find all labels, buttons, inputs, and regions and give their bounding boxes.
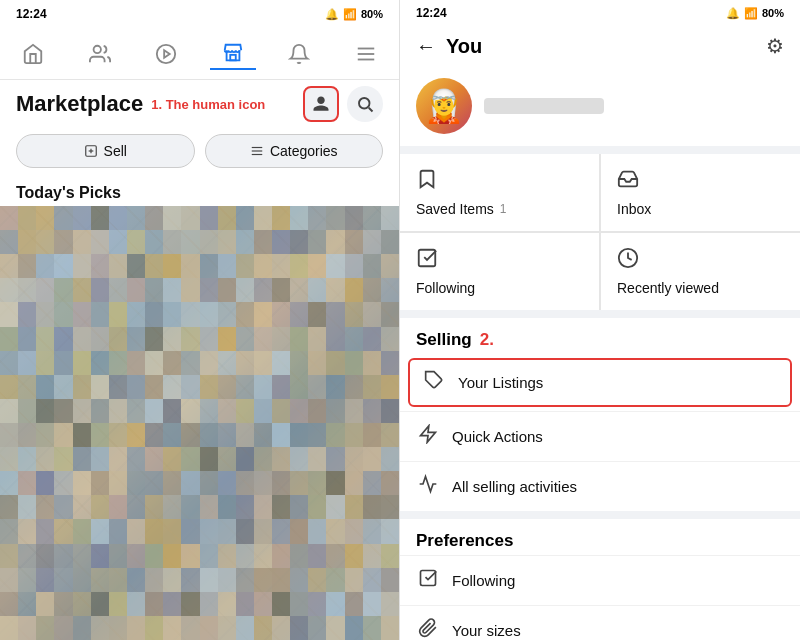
inbox-card[interactable]: Inbox bbox=[601, 154, 800, 231]
action-row: Sell Categories bbox=[0, 128, 399, 178]
your-listings-item[interactable]: Your Listings bbox=[408, 358, 792, 407]
profile-icon-button[interactable] bbox=[303, 86, 339, 122]
settings-icon[interactable]: ⚙ bbox=[766, 34, 784, 58]
nav-store[interactable] bbox=[210, 38, 256, 70]
avatar-emoji: 🧝 bbox=[424, 87, 464, 125]
svg-rect-3 bbox=[230, 54, 236, 60]
right-time: 12:24 bbox=[416, 6, 447, 20]
following-pref-icon bbox=[416, 568, 440, 593]
grid-cards-section: Saved Items 1 Inbox bbox=[400, 154, 800, 310]
preferences-section: Preferences Following Your sizes bbox=[400, 519, 800, 640]
battery-label: 80% bbox=[361, 8, 383, 20]
right-notification-icon: 🔔 bbox=[726, 7, 740, 20]
recently-viewed-label: Recently viewed bbox=[617, 280, 784, 296]
your-listings-label: Your Listings bbox=[458, 374, 543, 391]
sell-label: Sell bbox=[104, 143, 127, 159]
recently-viewed-icon bbox=[617, 247, 784, 274]
following-pref-label: Following bbox=[452, 572, 515, 589]
sell-button[interactable]: Sell bbox=[16, 134, 195, 168]
right-panel: 12:24 🔔 📶 80% ← You ⚙ 🧝 Saved Items bbox=[400, 0, 800, 640]
following-label: Following bbox=[416, 280, 583, 296]
svg-rect-19 bbox=[421, 571, 436, 586]
recently-viewed-card[interactable]: Recently viewed bbox=[601, 233, 800, 310]
inbox-label: Inbox bbox=[617, 201, 784, 217]
your-sizes-icon bbox=[416, 618, 440, 640]
today-picks-title: Today's Picks bbox=[0, 178, 399, 206]
categories-button[interactable]: Categories bbox=[205, 134, 384, 168]
profile-name-blur bbox=[484, 98, 604, 114]
notification-icon: 🔔 bbox=[325, 8, 339, 21]
right-status-icons: 🔔 📶 80% bbox=[726, 7, 784, 20]
selling-annotation: 2. bbox=[480, 330, 494, 350]
you-title: You bbox=[446, 35, 756, 58]
your-sizes-item[interactable]: Your sizes bbox=[400, 605, 800, 640]
following-pref-item[interactable]: Following bbox=[400, 555, 800, 605]
saved-items-label: Saved Items 1 bbox=[416, 201, 583, 217]
marketplace-title: Marketplace bbox=[16, 91, 143, 117]
nav-home[interactable] bbox=[10, 39, 56, 69]
right-battery-label: 80% bbox=[762, 7, 784, 19]
nav-people[interactable] bbox=[77, 39, 123, 69]
inbox-icon bbox=[617, 168, 784, 195]
saved-items-card[interactable]: Saved Items 1 bbox=[400, 154, 599, 231]
left-status-icons: 🔔 📶 80% bbox=[325, 8, 383, 21]
right-status-bar: 12:24 🔔 📶 80% bbox=[400, 0, 800, 26]
left-time: 12:24 bbox=[16, 7, 47, 21]
avatar: 🧝 bbox=[416, 78, 472, 134]
svg-point-7 bbox=[359, 98, 370, 109]
svg-rect-15 bbox=[419, 250, 436, 267]
nav-bell[interactable] bbox=[276, 39, 322, 69]
saved-items-icon bbox=[416, 168, 583, 195]
categories-label: Categories bbox=[270, 143, 338, 159]
toolbar-right bbox=[303, 86, 383, 122]
signal-icon: 📶 bbox=[343, 8, 357, 21]
nav-video[interactable] bbox=[143, 39, 189, 69]
svg-line-8 bbox=[369, 108, 373, 112]
left-panel: 12:24 🔔 📶 80% bbox=[0, 0, 400, 640]
svg-marker-18 bbox=[421, 426, 436, 443]
left-toolbar: Marketplace 1. The human icon bbox=[0, 80, 399, 128]
all-selling-label: All selling activities bbox=[452, 478, 577, 495]
quick-actions-label: Quick Actions bbox=[452, 428, 543, 445]
right-signal-icon: 📶 bbox=[744, 7, 758, 20]
selling-header: Selling 2. bbox=[400, 318, 800, 354]
search-button[interactable] bbox=[347, 86, 383, 122]
profile-section: 🧝 bbox=[400, 66, 800, 146]
picks-image-area: // Will be rendered via inline approach bbox=[0, 206, 399, 640]
svg-point-0 bbox=[93, 45, 100, 52]
your-sizes-label: Your sizes bbox=[452, 622, 521, 639]
quick-actions-icon bbox=[416, 424, 440, 449]
preferences-title: Preferences bbox=[400, 519, 800, 555]
saved-items-badge: 1 bbox=[500, 202, 507, 216]
svg-marker-2 bbox=[164, 50, 170, 57]
right-toolbar: ← You ⚙ bbox=[400, 26, 800, 66]
selling-title: Selling bbox=[416, 330, 472, 350]
quick-actions-item[interactable]: Quick Actions bbox=[400, 411, 800, 461]
selling-section: Selling 2. Your Listings Quick Actions bbox=[400, 318, 800, 511]
nav-menu[interactable] bbox=[343, 39, 389, 69]
your-listings-icon bbox=[422, 370, 446, 395]
back-button[interactable]: ← bbox=[416, 35, 436, 58]
left-status-bar: 12:24 🔔 📶 80% bbox=[0, 0, 399, 28]
svg-point-1 bbox=[157, 44, 175, 62]
following-card[interactable]: Following bbox=[400, 233, 599, 310]
following-icon bbox=[416, 247, 583, 274]
all-selling-icon bbox=[416, 474, 440, 499]
nav-bar bbox=[0, 28, 399, 80]
annotation-human-icon: 1. The human icon bbox=[151, 97, 265, 112]
all-selling-item[interactable]: All selling activities bbox=[400, 461, 800, 511]
